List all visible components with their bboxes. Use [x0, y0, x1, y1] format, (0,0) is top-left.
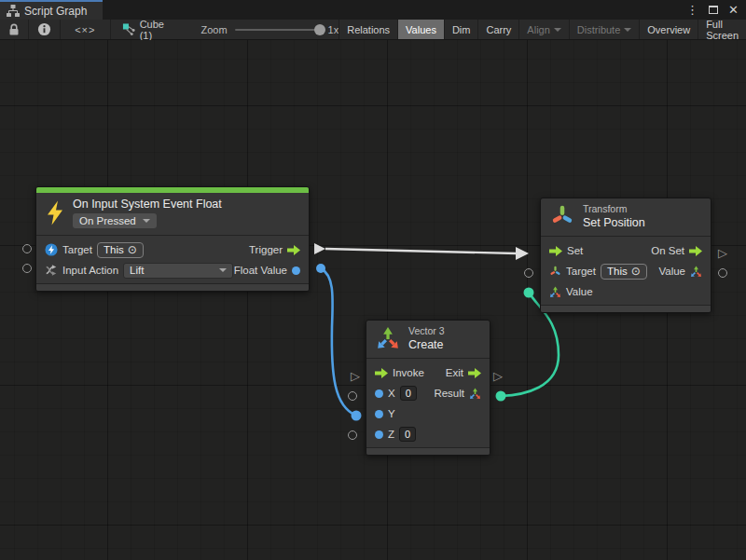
- transform-onset-port[interactable]: ▷: [718, 247, 727, 259]
- on-set-label: On Set: [651, 245, 684, 256]
- target-label: Target: [62, 244, 92, 255]
- x-label: X: [388, 388, 395, 399]
- vector3-mini-icon: [690, 266, 702, 278]
- vector3-y-row: Y: [366, 403, 490, 424]
- transform-mini-icon: [549, 266, 561, 278]
- object-picker-icon: ⊙: [631, 265, 641, 278]
- node-transform-set-position[interactable]: Transform Set Position Set On Set Target: [540, 198, 711, 313]
- control-arrow-icon: [287, 245, 300, 255]
- x-value-field[interactable]: 0: [400, 386, 417, 401]
- event-mode-dropdown[interactable]: On Pressed: [73, 213, 157, 228]
- info-button[interactable]: [29, 20, 61, 39]
- x-port-icon: [375, 389, 383, 398]
- input-action-icon: [45, 264, 58, 277]
- carry-label: Carry: [486, 24, 511, 35]
- event-target-this-button[interactable]: This ⊙: [97, 242, 144, 258]
- event-mode-label: On Pressed: [79, 215, 136, 226]
- script-graph-asset-icon: [122, 22, 135, 36]
- value-output-label: Value: [658, 266, 685, 277]
- transform-icon: [550, 204, 574, 228]
- result-label: Result: [434, 388, 464, 399]
- dropdown-arrow-icon: [143, 219, 150, 223]
- event-inputaction-input-port[interactable]: [22, 264, 32, 273]
- relations-toggle[interactable]: Relations: [338, 20, 397, 39]
- vector3-z-port[interactable]: [348, 430, 357, 440]
- maximize-icon[interactable]: [709, 6, 718, 14]
- graph-hierarchy-icon: [7, 5, 20, 17]
- float-value-port-icon: [292, 266, 300, 275]
- graph-reference-breadcrumb[interactable]: Cube (1): [111, 20, 188, 39]
- vector3-mini-icon: [549, 286, 561, 298]
- node-footer: [366, 447, 490, 455]
- this-label: This: [607, 266, 628, 277]
- input-action-dropdown[interactable]: Lift: [123, 263, 233, 279]
- vector3-icon: [376, 326, 400, 350]
- node-title: Set Position: [583, 216, 645, 229]
- dropdown-arrow-icon: [624, 28, 631, 32]
- this-label: This: [104, 244, 124, 255]
- y-label: Y: [388, 408, 395, 419]
- code-brackets-icon: <×>: [75, 24, 95, 35]
- node-vector3-create[interactable]: Vector 3 Create Invoke Exit X 0: [366, 320, 490, 456]
- values-toggle[interactable]: Values: [397, 20, 444, 39]
- kebab-menu-icon[interactable]: ⋮: [686, 4, 698, 16]
- float-value-label: Float Value: [234, 265, 287, 276]
- z-label: Z: [388, 429, 394, 440]
- control-arrow-icon: [468, 368, 481, 378]
- transform-value-output-port[interactable]: [718, 268, 727, 278]
- dim-toggle[interactable]: Dim: [444, 20, 478, 39]
- target-label: Target: [566, 266, 596, 277]
- vector3-exit-port[interactable]: ▷: [493, 370, 503, 382]
- node-on-input-system-event-float[interactable]: On Input System Event Float On Pressed T…: [35, 186, 310, 292]
- value-inspection-button[interactable]: <×>: [61, 20, 111, 39]
- close-icon[interactable]: ✕: [728, 4, 739, 16]
- exit-label: Exit: [446, 367, 463, 378]
- node-footer: [541, 305, 711, 312]
- tab-label: Script Graph: [24, 5, 87, 18]
- lock-button[interactable]: [0, 20, 29, 39]
- dropdown-arrow-icon: [219, 268, 227, 272]
- event-inputaction-row: Input Action Lift Float Value: [36, 260, 309, 280]
- full-screen-button[interactable]: Full Screen: [698, 20, 746, 39]
- vector3-mini-icon: [469, 388, 481, 400]
- info-icon: [37, 22, 51, 36]
- control-arrow-icon: [689, 246, 702, 256]
- transform-value-row: Value: [541, 281, 711, 302]
- transform-target-this-button[interactable]: This ⊙: [601, 264, 647, 280]
- relations-label: Relations: [347, 24, 390, 35]
- vector3-x-port[interactable]: [348, 391, 357, 401]
- trigger-to-set-connection[interactable]: [314, 243, 529, 260]
- control-arrow-icon: [375, 368, 388, 378]
- zoom-slider-handle[interactable]: [314, 24, 325, 35]
- value-input-label: Value: [566, 286, 593, 297]
- node-title: On Input System Event Float: [73, 198, 222, 211]
- distribute-label: Distribute: [577, 24, 620, 35]
- z-port-icon: [375, 430, 383, 439]
- distribute-dropdown[interactable]: Distribute: [569, 20, 639, 39]
- tab-script-graph[interactable]: Script Graph: [0, 0, 103, 20]
- align-dropdown[interactable]: Align: [518, 20, 568, 39]
- graph-canvas[interactable]: ▷ ▷ ▷ On Input System Event Float On Pre…: [0, 40, 746, 560]
- overview-button[interactable]: Overview: [639, 20, 698, 39]
- full-screen-label: Full Screen: [706, 19, 739, 41]
- node-type-label: Transform: [583, 203, 645, 214]
- transform-set-row: Set On Set: [541, 240, 711, 261]
- node-type-label: Vector 3: [408, 325, 445, 336]
- dim-label: Dim: [452, 24, 471, 35]
- zoom-control: Zoom 1x: [200, 20, 338, 39]
- transform-target-input-port[interactable]: [524, 268, 533, 278]
- set-label: Set: [567, 245, 583, 256]
- event-target-input-port[interactable]: [22, 244, 32, 253]
- graph-toolbar: <×> Cube (1) Zoom 1x Relations Values Di…: [0, 20, 746, 40]
- lightning-bolt-icon: [46, 200, 64, 225]
- z-value-field[interactable]: 0: [399, 427, 416, 442]
- vector3-invoke-port[interactable]: ▷: [351, 370, 360, 382]
- control-arrow-icon: [549, 246, 562, 256]
- node-footer: [36, 283, 309, 291]
- event-target-row: Target This ⊙ Trigger: [36, 239, 309, 260]
- zoom-slider[interactable]: [235, 29, 321, 31]
- carry-toggle[interactable]: Carry: [477, 20, 518, 39]
- invoke-label: Invoke: [393, 367, 424, 378]
- values-label: Values: [406, 24, 436, 35]
- y-port-icon: [375, 410, 383, 418]
